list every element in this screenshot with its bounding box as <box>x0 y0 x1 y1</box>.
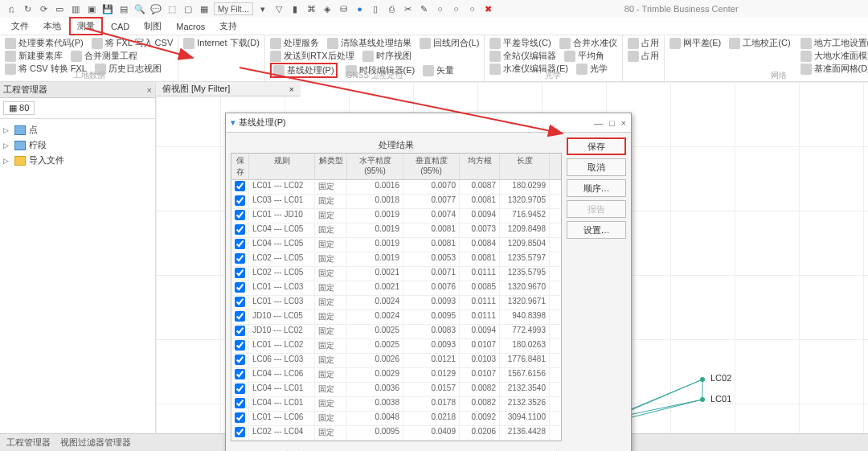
scissors-icon[interactable]: ✂ <box>401 2 414 15</box>
table-row[interactable]: LC02 --- LC05固定0.00210.00710.01111235.57… <box>231 267 561 281</box>
tab-close-icon[interactable]: × <box>289 84 294 94</box>
ribbon-item[interactable]: 处理服务 <box>270 37 319 49</box>
ribbon-item[interactable]: 回线闭合(L) <box>420 37 479 49</box>
table-row[interactable]: LC04 --- LC05固定0.00190.00810.00731209.84… <box>231 223 561 238</box>
layer-icon[interactable]: ▭ <box>53 2 66 15</box>
table-row[interactable]: LC02 --- LC05固定0.00190.00530.00811235.57… <box>231 252 561 267</box>
ribbon-item[interactable]: 合并水准仪 <box>559 37 617 49</box>
open-icon[interactable]: ▣ <box>85 2 98 15</box>
ribbon-item[interactable]: 全站仪编辑器 <box>489 50 556 62</box>
ribbon-item[interactable]: 占用 <box>628 50 659 62</box>
tree-item[interactable]: ▷导入文件 <box>3 153 152 168</box>
menu-item-0[interactable]: 文件 <box>5 18 35 34</box>
chat-icon[interactable]: 💬 <box>149 2 162 15</box>
table-row[interactable]: LC03 --- LC01固定0.00180.00770.00811320.97… <box>231 195 561 209</box>
cube-icon[interactable]: ⬚ <box>166 2 178 15</box>
row-checkbox[interactable] <box>235 412 245 423</box>
dialog-btn-4[interactable]: 设置… <box>567 221 626 239</box>
globe-icon[interactable]: ● <box>353 2 366 15</box>
menu-item-1[interactable]: 本地 <box>37 18 68 34</box>
table-row[interactable]: LC01 --- JD10固定0.00190.00740.0094716.945… <box>231 209 561 223</box>
col-header[interactable]: 保存 <box>231 154 249 179</box>
dropdown-icon[interactable]: ▾ <box>256 2 269 15</box>
table-row[interactable]: LC02 --- LC04固定0.00950.04090.02062136.44… <box>231 426 561 441</box>
refresh-icon[interactable]: ⟳ <box>37 2 50 15</box>
col-header[interactable]: 规则 <box>249 154 315 179</box>
col-header[interactable]: 水平精度(95%) <box>347 154 403 179</box>
menu-item-5[interactable]: Macros <box>170 20 211 33</box>
row-checkbox[interactable] <box>235 355 245 365</box>
row-checkbox[interactable] <box>235 383 245 394</box>
row-checkbox[interactable] <box>235 195 245 206</box>
ribbon-item[interactable]: 发送到RTX后处理 <box>270 50 354 62</box>
status-a[interactable]: 工程管理器 <box>6 437 51 449</box>
table-row[interactable]: JD10 --- LC05固定0.00240.00950.0111940.839… <box>231 310 561 325</box>
tree-item[interactable]: ▷柠段 <box>3 137 152 153</box>
table-row[interactable]: LC01 --- LC02固定0.00250.00930.0107180.026… <box>231 339 561 354</box>
tree-item[interactable]: ▷点 <box>3 122 152 137</box>
table-row[interactable]: LC01 --- LC03固定0.00240.00930.01111320.96… <box>231 296 561 310</box>
dot2-icon[interactable]: ○ <box>449 2 462 15</box>
tool-icon[interactable]: ✎ <box>417 2 430 15</box>
note-icon[interactable]: ▯ <box>369 2 382 15</box>
dialog-close-icon[interactable]: × <box>621 118 626 128</box>
row-checkbox[interactable] <box>235 340 245 351</box>
row-checkbox[interactable] <box>235 181 245 191</box>
printer-icon[interactable]: ⎙ <box>385 2 398 15</box>
ribbon-item[interactable]: 地方工地设置(L) <box>800 37 868 49</box>
ribbon-item[interactable]: 时序视图 <box>362 50 411 62</box>
zoom-icon[interactable]: 🔍 <box>133 2 146 15</box>
dot1-icon[interactable]: ○ <box>433 2 446 15</box>
filter-label[interactable]: My Filt… <box>214 2 253 15</box>
undo-icon[interactable]: ⎌ <box>5 2 18 15</box>
row-checkbox[interactable] <box>235 297 245 307</box>
ribbon-item[interactable]: 占用 <box>628 37 659 49</box>
ribbon-item[interactable]: 工地校正(C) <box>729 37 790 49</box>
table-row[interactable]: LC04 --- LC06固定0.00290.01290.01071567.61… <box>231 368 561 383</box>
tag-icon[interactable]: ▮ <box>289 2 301 15</box>
row-checkbox[interactable] <box>235 427 245 437</box>
row-checkbox[interactable] <box>235 311 245 322</box>
print-icon[interactable]: ▤ <box>117 2 130 15</box>
view-tab[interactable]: 俯视图 [My Filter] × <box>156 82 301 96</box>
dialog-btn-3[interactable]: 报告 <box>567 200 626 218</box>
row-checkbox[interactable] <box>235 326 245 336</box>
col-header[interactable]: 解类型 <box>315 154 347 179</box>
dialog-min-icon[interactable]: — <box>594 118 603 128</box>
row-checkbox[interactable] <box>235 282 245 293</box>
stack-icon[interactable]: ◈ <box>321 2 334 15</box>
menu-item-6[interactable]: 支持 <box>213 18 244 34</box>
dialog-btn-1[interactable]: 取消 <box>567 158 626 176</box>
col-header[interactable]: 垂直精度(95%) <box>403 154 460 179</box>
new-icon[interactable]: ▥ <box>69 2 82 15</box>
ribbon-item[interactable]: Internet 下载(D) <box>183 37 260 49</box>
table-row[interactable]: LC04 --- LC01固定0.00360.01570.00822132.35… <box>231 383 561 397</box>
ribbon-item[interactable]: 平差导线(C) <box>489 37 551 49</box>
ribbon-item[interactable]: 处理要素代码(P) <box>5 37 84 49</box>
menu-item-4[interactable]: 制图 <box>137 18 168 34</box>
db-icon[interactable]: ⛁ <box>337 2 350 15</box>
table-row[interactable]: LC01 --- LC02固定0.00160.00700.0087180.029… <box>231 180 561 195</box>
link-icon[interactable]: ⌘ <box>305 2 317 15</box>
row-checkbox[interactable] <box>235 398 245 408</box>
table-row[interactable]: LC01 --- LC06固定0.00480.02180.00923094.11… <box>231 412 561 426</box>
layers-icon[interactable]: ▦ <box>198 2 211 15</box>
row-checkbox[interactable] <box>235 268 245 278</box>
table-row[interactable]: LC01 --- LC03固定0.00210.00760.00851320.96… <box>231 281 561 296</box>
ribbon-item[interactable]: 合并测量工程 <box>71 50 137 62</box>
table-row[interactable]: LC04 --- LC01固定0.00380.01780.00822132.35… <box>231 397 561 412</box>
col-header[interactable]: 长度 <box>500 154 550 179</box>
ribbon-item[interactable]: 网平差(E) <box>669 37 722 49</box>
ribbon-item[interactable]: 新建要素库 <box>5 50 63 62</box>
row-checkbox[interactable] <box>235 253 245 264</box>
dialog-btn-0[interactable]: 保存 <box>567 137 626 155</box>
ribbon-item[interactable]: 平均角 <box>564 50 604 62</box>
save-icon[interactable]: 💾 <box>101 2 114 15</box>
menu-item-3[interactable]: CAD <box>104 20 136 33</box>
table-row[interactable]: JD10 --- LC02固定0.00250.00830.0094772.499… <box>231 325 561 339</box>
dot3-icon[interactable]: ○ <box>465 2 478 15</box>
ribbon-item[interactable]: 大地水准面模型(G) <box>800 50 868 62</box>
table-row[interactable]: LC04 --- LC05固定0.00190.00810.00841209.85… <box>231 238 561 252</box>
status-b[interactable]: 视图过滤器管理器 <box>60 437 131 449</box>
filter-icon[interactable]: ▽ <box>272 2 285 15</box>
